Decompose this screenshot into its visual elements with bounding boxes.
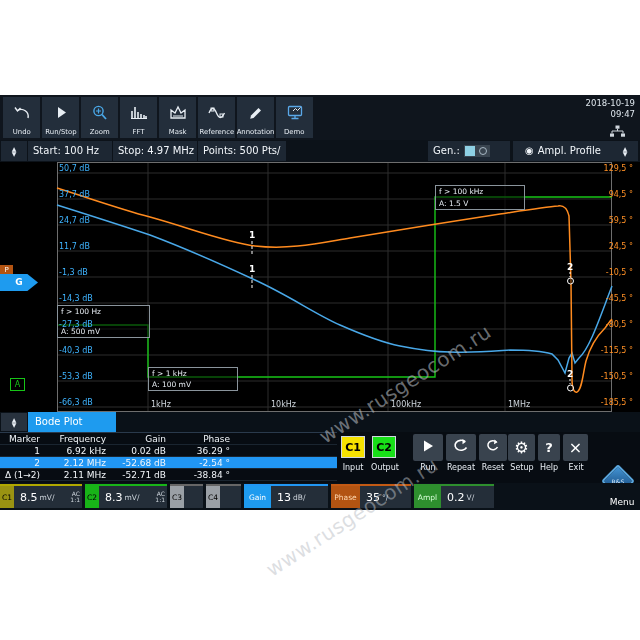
reference-button[interactable]: Reference [198, 97, 235, 138]
table-row-selected[interactable]: 2 2.12 MHz -52.68 dB -2.54 ° [0, 457, 337, 469]
undo-label: Undo [12, 127, 30, 135]
gain-axis-label: -27,3 dB [59, 320, 93, 329]
gen-toggle[interactable] [464, 145, 490, 157]
fft-label: FFT [132, 127, 144, 135]
phase-trace [57, 188, 612, 392]
channel-c2-cell[interactable]: C2 8.3 mV/ AC1:1 [85, 484, 167, 508]
zoom-button[interactable]: Zoom [81, 97, 118, 138]
ampl-scale-value: 0.2 [447, 491, 465, 504]
fft-icon [129, 105, 149, 127]
tab-bode-plot[interactable]: Bode Plot [28, 412, 116, 432]
phase-axis-label: -185,5 ° [577, 398, 633, 407]
c1-coupling: AC1:1 [70, 491, 80, 503]
ampl-label: Ampl [414, 486, 441, 508]
ampl-scale-unit: V/ [467, 493, 475, 502]
gain-axis-label: 11,7 dB [59, 242, 90, 251]
gain-axis-label: -1,3 dB [59, 268, 88, 277]
mask-label: Mask [169, 127, 187, 135]
c2-channel-label: C2 [85, 486, 99, 508]
annotation-button[interactable]: Annotation [237, 97, 274, 138]
toolbar: Undo Run/Stop Zoom FFT Mask Reference [0, 95, 640, 140]
phase-axis-label: -150,5 ° [577, 372, 633, 381]
channel-c1-cell[interactable]: C1 8.5 mV/ AC1:1 [0, 484, 82, 508]
gain-axis-label: 24,7 dB [59, 216, 90, 225]
gain-axis-label: 37,7 dB [59, 190, 90, 199]
c1-channel-label: C1 [0, 486, 14, 508]
annotation-label: Annotation [237, 127, 275, 135]
question-icon: ? [545, 440, 553, 455]
fft-button[interactable]: FFT [120, 97, 157, 138]
gain-scale-cell[interactable]: Gain 13 dB/ [244, 484, 328, 508]
c1-input-button[interactable]: C1 [341, 436, 365, 458]
demo-button[interactable]: Demo [276, 97, 313, 138]
gain-scale-unit: dB/ [293, 493, 305, 502]
gen-toggle-cell[interactable]: Gen.: [428, 141, 510, 161]
profile-spinner[interactable]: ▲▼ [612, 141, 638, 161]
plot-border [58, 163, 612, 412]
channel-c4-cell[interactable]: C4 [206, 484, 241, 508]
gain-axis-label: -40,3 dB [59, 346, 93, 355]
start-frequency-field[interactable]: Start: 100 Hz [28, 141, 112, 161]
svg-text:1: 1 [249, 264, 255, 274]
frequency-axis-label: 1MHz [508, 400, 530, 409]
marker-2-phase[interactable]: 2 [567, 262, 574, 284]
sweep-spinner[interactable]: ▲▼ [1, 141, 27, 161]
gain-axis-label: -66,3 dB [59, 398, 93, 407]
phase-axis-label: -10,5 ° [577, 268, 633, 277]
table-row-delta[interactable]: Δ (1→2) 2.11 MHz -52.71 dB -38.84 ° [0, 469, 337, 481]
svg-text:2: 2 [567, 262, 573, 272]
gain-label: Gain [244, 486, 271, 508]
phase-axis-label: -80,5 ° [577, 320, 633, 329]
gain-axis-label: 50,7 dB [59, 164, 90, 173]
repeat-icon [452, 438, 470, 457]
ampl-profile-button[interactable]: ◉Ampl. Profile [513, 141, 613, 161]
grid [57, 162, 612, 412]
gain-axis-label: -53,3 dB [59, 372, 93, 381]
repeat-button[interactable] [446, 434, 476, 461]
points-field[interactable]: Points: 500 Pts/ [198, 141, 286, 161]
run-stop-button[interactable]: Run/Stop [42, 97, 79, 138]
gain-scale-value: 13 [277, 491, 291, 504]
reset-icon [486, 438, 500, 457]
profile-gear-icon: ◉ [525, 145, 534, 156]
svg-text:1: 1 [249, 230, 255, 240]
undo-button[interactable]: Undo [3, 97, 40, 138]
c2-output-label: Output [366, 463, 404, 472]
channel-bar: C1 8.5 mV/ AC1:1 C2 8.3 mV/ AC1:1 C3 C4 … [0, 483, 640, 510]
menu-button[interactable]: Menu [604, 497, 640, 507]
marker-table: Marker Frequency Gain Phase 1 6.92 kHz 0… [0, 432, 337, 481]
amplitude-axis-marker[interactable]: A [10, 378, 25, 391]
settings-bar: ▲▼ Start: 100 Hz Stop: 4.97 MHz Points: … [0, 140, 640, 162]
mask-button[interactable]: Mask [159, 97, 196, 138]
table-row[interactable]: 1 6.92 kHz 0.02 dB 36.29 ° [0, 445, 337, 457]
date-text: 2018-10-19 [586, 98, 635, 109]
setup-button[interactable]: ⚙ [508, 434, 535, 461]
c1-scale-value: 8.5 [20, 491, 38, 504]
tab-spinner[interactable]: ▲▼ [1, 413, 27, 431]
demo-label: Demo [284, 127, 305, 135]
time-text: 09:47 [586, 109, 635, 120]
reset-button[interactable] [479, 434, 507, 461]
stop-frequency-field[interactable]: Stop: 4.97 MHz [113, 141, 197, 161]
phase-axis-label: -45,5 ° [577, 294, 633, 303]
c1-scale-unit: mV/ [40, 493, 55, 502]
svg-text:2: 2 [567, 369, 573, 379]
pencil-icon [246, 105, 266, 127]
bode-plot-area[interactable]: 1 1 2 2 f > 100 Hz A: 500 mV f > 1 [0, 162, 640, 412]
frequency-axis-label: 1kHz [151, 400, 171, 409]
zoom-label: Zoom [90, 127, 110, 135]
phase-axis-label: 24,5 ° [577, 242, 633, 251]
gain-axis-label: -14,3 dB [59, 294, 93, 303]
help-button[interactable]: ? [538, 434, 560, 461]
mask-icon [168, 105, 188, 127]
c2-output-button[interactable]: C2 [372, 436, 396, 458]
phase-axis-label: 129,5 ° [577, 164, 633, 173]
ampl-profile-label: Ampl. Profile [538, 145, 601, 156]
exit-button[interactable]: × [563, 434, 588, 461]
play-icon [51, 105, 71, 127]
ampl-scale-cell[interactable]: Ampl 0.2 V/ [414, 484, 494, 508]
phase-axis-label: -115,5 ° [577, 346, 633, 355]
gear-icon: ⚙ [514, 438, 528, 457]
channel-c3-cell[interactable]: C3 [170, 484, 203, 508]
c4-channel-label: C4 [206, 486, 220, 508]
